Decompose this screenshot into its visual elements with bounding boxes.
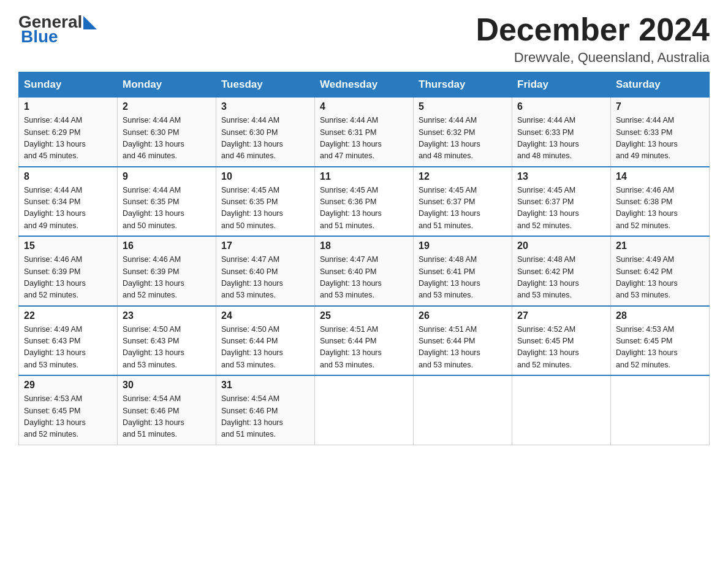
calendar-cell: 29Sunrise: 4:53 AMSunset: 6:45 PMDayligh… <box>19 375 118 445</box>
day-number: 23 <box>123 310 211 321</box>
calendar-cell: 2Sunrise: 4:44 AMSunset: 6:30 PMDaylight… <box>118 98 216 167</box>
title-block: December 2024 Drewvale, Queensland, Aust… <box>476 12 710 66</box>
day-info: Sunrise: 4:45 AMSunset: 6:37 PMDaylight:… <box>419 185 507 232</box>
calendar-cell: 15Sunrise: 4:46 AMSunset: 6:39 PMDayligh… <box>19 236 118 306</box>
day-info: Sunrise: 4:49 AMSunset: 6:42 PMDaylight:… <box>616 254 704 302</box>
day-number: 17 <box>221 240 309 251</box>
day-info: Sunrise: 4:51 AMSunset: 6:44 PMDaylight:… <box>419 324 507 372</box>
calendar-cell: 27Sunrise: 4:52 AMSunset: 6:45 PMDayligh… <box>512 306 611 376</box>
day-number: 21 <box>616 240 704 251</box>
day-number: 10 <box>221 171 309 182</box>
day-info: Sunrise: 4:50 AMSunset: 6:44 PMDaylight:… <box>221 324 309 372</box>
day-number: 3 <box>221 101 309 112</box>
calendar-cell: 24Sunrise: 4:50 AMSunset: 6:44 PMDayligh… <box>216 306 315 376</box>
day-info: Sunrise: 4:44 AMSunset: 6:33 PMDaylight:… <box>616 115 704 163</box>
day-info: Sunrise: 4:52 AMSunset: 6:45 PMDaylight:… <box>517 324 605 372</box>
day-number: 1 <box>24 101 112 112</box>
day-number: 9 <box>123 171 211 182</box>
svg-marker-0 <box>83 16 97 29</box>
day-number: 24 <box>221 310 309 321</box>
day-info: Sunrise: 4:46 AMSunset: 6:39 PMDaylight:… <box>123 254 211 302</box>
week-row-5: 29Sunrise: 4:53 AMSunset: 6:45 PMDayligh… <box>19 375 710 445</box>
day-number: 19 <box>419 240 507 251</box>
calendar-cell <box>315 375 414 445</box>
calendar-cell: 8Sunrise: 4:44 AMSunset: 6:34 PMDaylight… <box>19 167 118 237</box>
calendar-cell: 28Sunrise: 4:53 AMSunset: 6:45 PMDayligh… <box>611 306 710 376</box>
calendar-cell: 3Sunrise: 4:44 AMSunset: 6:30 PMDaylight… <box>216 98 315 167</box>
weekday-header-tuesday: Tuesday <box>216 72 315 98</box>
day-info: Sunrise: 4:49 AMSunset: 6:43 PMDaylight:… <box>24 324 112 372</box>
day-number: 25 <box>320 310 408 321</box>
day-info: Sunrise: 4:45 AMSunset: 6:37 PMDaylight:… <box>517 185 605 232</box>
day-info: Sunrise: 4:44 AMSunset: 6:30 PMDaylight:… <box>123 115 211 163</box>
calendar-cell: 12Sunrise: 4:45 AMSunset: 6:37 PMDayligh… <box>414 167 512 237</box>
day-info: Sunrise: 4:45 AMSunset: 6:36 PMDaylight:… <box>320 185 408 232</box>
calendar-cell: 11Sunrise: 4:45 AMSunset: 6:36 PMDayligh… <box>315 167 414 237</box>
day-number: 6 <box>517 101 605 112</box>
calendar-cell: 7Sunrise: 4:44 AMSunset: 6:33 PMDaylight… <box>611 98 710 167</box>
day-number: 12 <box>419 171 507 182</box>
week-row-3: 15Sunrise: 4:46 AMSunset: 6:39 PMDayligh… <box>19 236 710 306</box>
day-number: 2 <box>123 101 211 112</box>
calendar-cell: 9Sunrise: 4:44 AMSunset: 6:35 PMDaylight… <box>118 167 216 237</box>
day-info: Sunrise: 4:48 AMSunset: 6:42 PMDaylight:… <box>517 254 605 302</box>
day-number: 20 <box>517 240 605 251</box>
day-number: 4 <box>320 101 408 112</box>
day-info: Sunrise: 4:54 AMSunset: 6:46 PMDaylight:… <box>123 393 211 441</box>
day-info: Sunrise: 4:44 AMSunset: 6:29 PMDaylight:… <box>24 115 112 163</box>
day-info: Sunrise: 4:44 AMSunset: 6:34 PMDaylight:… <box>24 185 112 232</box>
calendar-cell: 5Sunrise: 4:44 AMSunset: 6:32 PMDaylight… <box>414 98 512 167</box>
calendar-cell: 25Sunrise: 4:51 AMSunset: 6:44 PMDayligh… <box>315 306 414 376</box>
day-info: Sunrise: 4:54 AMSunset: 6:46 PMDaylight:… <box>221 393 309 441</box>
calendar-cell: 4Sunrise: 4:44 AMSunset: 6:31 PMDaylight… <box>315 98 414 167</box>
day-info: Sunrise: 4:53 AMSunset: 6:45 PMDaylight:… <box>24 393 112 441</box>
day-info: Sunrise: 4:44 AMSunset: 6:31 PMDaylight:… <box>320 115 408 163</box>
day-number: 28 <box>616 310 704 321</box>
week-row-2: 8Sunrise: 4:44 AMSunset: 6:34 PMDaylight… <box>19 167 710 237</box>
day-number: 5 <box>419 101 507 112</box>
calendar-cell: 26Sunrise: 4:51 AMSunset: 6:44 PMDayligh… <box>414 306 512 376</box>
calendar-cell: 13Sunrise: 4:45 AMSunset: 6:37 PMDayligh… <box>512 167 611 237</box>
calendar-cell: 16Sunrise: 4:46 AMSunset: 6:39 PMDayligh… <box>118 236 216 306</box>
week-row-1: 1Sunrise: 4:44 AMSunset: 6:29 PMDaylight… <box>19 98 710 167</box>
day-number: 31 <box>221 380 309 391</box>
day-number: 29 <box>24 380 112 391</box>
calendar-cell <box>611 375 710 445</box>
calendar-cell: 18Sunrise: 4:47 AMSunset: 6:40 PMDayligh… <box>315 236 414 306</box>
calendar-cell: 21Sunrise: 4:49 AMSunset: 6:42 PMDayligh… <box>611 236 710 306</box>
weekday-header-saturday: Saturday <box>611 72 710 98</box>
calendar-cell: 1Sunrise: 4:44 AMSunset: 6:29 PMDaylight… <box>19 98 118 167</box>
weekday-header-friday: Friday <box>512 72 611 98</box>
day-number: 7 <box>616 101 704 112</box>
calendar-cell: 22Sunrise: 4:49 AMSunset: 6:43 PMDayligh… <box>19 306 118 376</box>
day-number: 16 <box>123 240 211 251</box>
calendar-cell <box>414 375 512 445</box>
day-info: Sunrise: 4:44 AMSunset: 6:32 PMDaylight:… <box>419 115 507 163</box>
calendar-cell: 20Sunrise: 4:48 AMSunset: 6:42 PMDayligh… <box>512 236 611 306</box>
day-number: 27 <box>517 310 605 321</box>
calendar-table: SundayMondayTuesdayWednesdayThursdayFrid… <box>18 72 710 445</box>
calendar-cell: 30Sunrise: 4:54 AMSunset: 6:46 PMDayligh… <box>118 375 216 445</box>
day-info: Sunrise: 4:46 AMSunset: 6:38 PMDaylight:… <box>616 185 704 232</box>
day-number: 11 <box>320 171 408 182</box>
calendar-cell: 14Sunrise: 4:46 AMSunset: 6:38 PMDayligh… <box>611 167 710 237</box>
weekday-header-thursday: Thursday <box>414 72 512 98</box>
logo-triangle-icon <box>83 16 97 29</box>
day-info: Sunrise: 4:53 AMSunset: 6:45 PMDaylight:… <box>616 324 704 372</box>
calendar-cell: 19Sunrise: 4:48 AMSunset: 6:41 PMDayligh… <box>414 236 512 306</box>
week-row-4: 22Sunrise: 4:49 AMSunset: 6:43 PMDayligh… <box>19 306 710 376</box>
day-info: Sunrise: 4:50 AMSunset: 6:43 PMDaylight:… <box>123 324 211 372</box>
weekday-header-sunday: Sunday <box>19 72 118 98</box>
day-info: Sunrise: 4:44 AMSunset: 6:35 PMDaylight:… <box>123 185 211 232</box>
calendar-cell: 17Sunrise: 4:47 AMSunset: 6:40 PMDayligh… <box>216 236 315 306</box>
weekday-header-row: SundayMondayTuesdayWednesdayThursdayFrid… <box>19 72 710 98</box>
day-info: Sunrise: 4:47 AMSunset: 6:40 PMDaylight:… <box>221 254 309 302</box>
page-header: General Blue December 2024 Drewvale, Que… <box>18 12 710 66</box>
day-info: Sunrise: 4:44 AMSunset: 6:30 PMDaylight:… <box>221 115 309 163</box>
day-number: 18 <box>320 240 408 251</box>
day-number: 26 <box>419 310 507 321</box>
day-info: Sunrise: 4:51 AMSunset: 6:44 PMDaylight:… <box>320 324 408 372</box>
day-number: 8 <box>24 171 112 182</box>
logo-blue-text: Blue <box>21 27 58 47</box>
day-number: 14 <box>616 171 704 182</box>
